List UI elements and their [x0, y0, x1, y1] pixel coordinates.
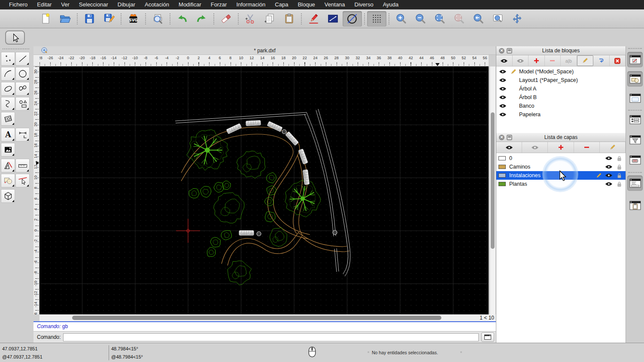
entity-properties-window-toggle[interactable] — [627, 52, 643, 67]
open-button[interactable] — [55, 11, 75, 27]
layer-visibility-eye-icon[interactable] — [605, 181, 613, 187]
menu-forzar[interactable]: Forzar — [206, 0, 232, 9]
layer-lock-icon[interactable] — [615, 173, 623, 178]
block-shapes-window-toggle[interactable] — [627, 71, 643, 87]
block-row-arbol-b[interactable]: Árbol B — [496, 93, 626, 102]
layer-lock-icon[interactable] — [615, 181, 623, 187]
block-row-layout1-paperspace[interactable]: Layout1 (*Paper_Space) — [496, 76, 626, 84]
undo-button[interactable] — [173, 11, 192, 27]
draw-freehand-button[interactable] — [304, 11, 323, 27]
zoom-auto-button[interactable] — [430, 11, 450, 27]
layer-lock-icon[interactable] — [615, 164, 623, 170]
tool-circle-button[interactable] — [15, 67, 30, 81]
tool-arc-button[interactable] — [1, 67, 15, 81]
zoom-previous-button[interactable] — [469, 11, 488, 27]
layer-row-instalaciones[interactable]: Instalaciones — [496, 171, 626, 180]
tool-line-button[interactable] — [15, 52, 30, 66]
zoom-out-button[interactable] — [411, 11, 430, 27]
menu-dibujar[interactable]: Dibujar — [113, 0, 140, 9]
vertical-scrollbar-thumb[interactable] — [491, 112, 495, 249]
tool-image-button[interactable] — [1, 143, 15, 157]
tool-misc-draw-button[interactable] — [1, 159, 15, 172]
horizontal-scrollbar-thumb[interactable] — [72, 316, 441, 320]
tool-measure-button[interactable] — [15, 159, 30, 172]
visibility-eye-icon[interactable] — [498, 95, 507, 100]
tool-text-button[interactable]: A — [1, 128, 15, 142]
zoom-in-button[interactable] — [392, 11, 411, 27]
block-row-arbol-a[interactable]: Árbol A — [496, 84, 626, 93]
layer-color-swatch[interactable] — [498, 173, 506, 178]
preview-window-toggle[interactable] — [627, 90, 643, 106]
layer-visibility-eye-icon[interactable] — [605, 164, 613, 169]
layer-color-swatch[interactable] — [498, 182, 506, 186]
zoom-pan-button[interactable] — [507, 11, 527, 27]
new-button[interactable] — [36, 11, 55, 27]
hide-all-layers-button[interactable] — [522, 142, 548, 153]
layer-edit-pencil-icon[interactable] — [594, 172, 603, 179]
print-preview-button[interactable] — [148, 11, 167, 27]
add-block-button[interactable] — [529, 55, 545, 66]
grid-toggle-button[interactable] — [367, 11, 386, 27]
save-button[interactable] — [80, 11, 99, 27]
filter-window-toggle[interactable] — [627, 132, 643, 148]
tool-modify-button[interactable] — [1, 174, 15, 187]
clipboard-window-toggle[interactable] — [627, 198, 643, 213]
layer-lock-icon[interactable] — [615, 156, 623, 161]
layer-visibility-eye-icon[interactable] — [605, 173, 613, 178]
edit-block-button[interactable] — [577, 55, 594, 66]
show-all-blocks-button[interactable] — [496, 55, 513, 66]
layer-color-swatch[interactable] — [498, 156, 506, 160]
menu-informacion[interactable]: Información — [231, 0, 270, 9]
close-icon[interactable]: ✕ — [499, 135, 504, 140]
zoom-selected-button[interactable] — [450, 11, 469, 27]
menu-fichero[interactable]: Fichero — [4, 0, 32, 9]
detach-command-button[interactable] — [481, 332, 494, 342]
command-window-toggle[interactable] — [627, 175, 643, 191]
svg-export-button[interactable]: SVG — [124, 11, 143, 27]
hide-all-blocks-button[interactable] — [513, 55, 529, 66]
layer-visibility-eye-icon[interactable] — [605, 156, 613, 161]
menu-ver[interactable]: Ver — [56, 0, 74, 9]
horizontal-scrollbar[interactable]: 1 < 10 — [39, 314, 496, 321]
menu-bloque[interactable]: Bloque — [293, 0, 319, 9]
menu-editar[interactable]: Editar — [32, 0, 56, 9]
cut-button[interactable] — [241, 11, 260, 27]
plot-window-toggle[interactable] — [627, 152, 643, 168]
layer-color-swatch[interactable] — [498, 165, 506, 169]
redo-button[interactable] — [192, 11, 211, 27]
tool-spline-button[interactable] — [15, 82, 30, 96]
float-icon[interactable] — [507, 48, 512, 54]
list-window-toggle[interactable] — [627, 112, 643, 127]
float-icon[interactable] — [507, 135, 512, 140]
menu-seleccionar[interactable]: Seleccionar — [74, 0, 113, 9]
menu-modificar[interactable]: Modificar — [174, 0, 206, 9]
show-all-layers-button[interactable] — [496, 142, 522, 153]
block-row-model-modelspace[interactable]: Model (*Model_Space) — [496, 67, 626, 76]
line-ruler-button[interactable] — [323, 11, 343, 27]
remove-layer-button[interactable] — [574, 142, 600, 153]
visibility-eye-icon[interactable] — [498, 69, 507, 74]
select-arrow-button[interactable] — [5, 30, 25, 45]
save-as-button[interactable] — [99, 11, 118, 27]
tool-polygon-button[interactable] — [15, 97, 30, 111]
copy-button[interactable] — [260, 11, 279, 27]
zoom-window-button[interactable] — [488, 11, 507, 27]
layer-row-plantas[interactable]: Plantas — [496, 180, 626, 188]
paste-button[interactable] — [279, 11, 299, 27]
delete-block-button[interactable] — [610, 55, 626, 66]
menu-ventana[interactable]: Ventana — [320, 0, 350, 9]
vertical-scrollbar[interactable] — [489, 66, 495, 314]
rename-block-button[interactable]: a|b — [561, 55, 577, 66]
tool-dimension-button[interactable] — [15, 128, 30, 142]
tool-hatch-button[interactable] — [1, 112, 15, 126]
add-layer-button[interactable] — [548, 142, 574, 153]
close-icon[interactable]: ✕ — [499, 48, 504, 54]
visibility-eye-icon[interactable] — [498, 86, 507, 91]
command-input[interactable] — [63, 333, 479, 341]
menu-acotacion[interactable]: Acotación — [140, 0, 174, 9]
insert-block-button[interactable] — [593, 55, 610, 66]
drawing-canvas[interactable] — [39, 66, 489, 314]
circle-tool-button[interactable] — [343, 11, 362, 27]
visibility-eye-icon[interactable] — [498, 103, 507, 109]
visibility-eye-icon[interactable] — [498, 112, 507, 117]
